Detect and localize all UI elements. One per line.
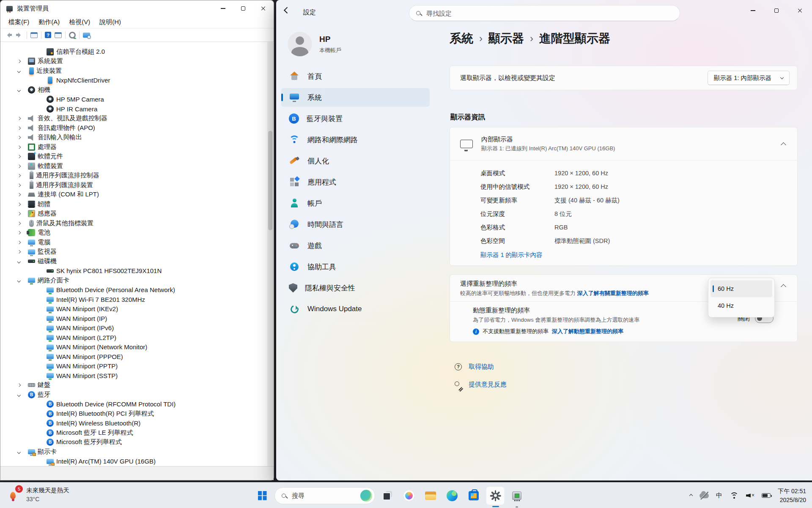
sidebar-item-accounts[interactable]: 帳戶	[281, 194, 430, 213]
minimize-button[interactable]	[213, 0, 233, 17]
menu-file[interactable]: 檔案(F)	[4, 17, 34, 28]
show-console-tree-icon[interactable]	[30, 32, 38, 38]
sidebar-item-home[interactable]: 首頁	[281, 67, 430, 86]
start-button[interactable]	[253, 486, 272, 505]
tree-item[interactable]: SK hynix PC801 HFS002TEJ9X101N	[1, 266, 273, 276]
hidden-icons-chevron[interactable]	[689, 494, 693, 497]
tree-item[interactable]: HP 5MP Camera	[1, 95, 273, 105]
display-adapter-properties-link[interactable]: 顯示器 1 的顯示卡內容	[480, 251, 543, 259]
chevron-right-icon[interactable]	[18, 136, 25, 139]
file-explorer-button[interactable]	[421, 486, 440, 505]
chevron-right-icon[interactable]	[18, 251, 25, 253]
chevron-right-icon[interactable]	[18, 232, 25, 234]
tree-item[interactable]: 磁碟機	[1, 257, 273, 266]
settings-search[interactable]	[409, 5, 680, 21]
chevron-right-icon[interactable]	[18, 146, 25, 149]
search-input[interactable]	[425, 9, 673, 17]
breadcrumb-system[interactable]: 系統	[450, 30, 473, 47]
chevron-right-icon[interactable]	[18, 165, 25, 168]
tree-item[interactable]: BIntel(R) Bluetooth(R) PCI 列舉程式	[1, 409, 273, 419]
tree-item[interactable]: 連接埠 (COM 和 LPT)	[1, 190, 273, 200]
chevron-right-icon[interactable]	[18, 222, 25, 225]
display-select-dropdown[interactable]: 顯示器 1: 內部顯示器	[708, 71, 790, 85]
chevron-right-icon[interactable]	[18, 127, 25, 130]
tree-item[interactable]: Bluetooth Device (Personal Area Network)	[1, 285, 273, 295]
tree-item[interactable]: 處理器	[1, 142, 273, 152]
onedrive-icon[interactable]	[700, 493, 709, 498]
tree-item[interactable]: Intel(R) Wi-Fi 7 BE201 320MHz	[1, 295, 273, 304]
sidebar-item-system[interactable]: 系統	[281, 88, 430, 107]
chevron-down-icon[interactable]	[18, 451, 25, 453]
tree-item[interactable]: 軟體裝置	[1, 161, 273, 171]
tree-item[interactable]: WAN Miniport (IKEv2)	[1, 304, 273, 314]
microsoft-store-button[interactable]	[464, 486, 483, 505]
menu-help[interactable]: 說明(H)	[95, 17, 126, 28]
sidebar-item-time-language[interactable]: 時間與語言	[281, 215, 430, 234]
tree-item[interactable]: BBluetooth Device (RFCOMM Protocol TDI)	[1, 400, 273, 409]
forward-icon[interactable]	[16, 33, 23, 38]
copilot-button[interactable]	[400, 486, 418, 505]
close-button[interactable]	[788, 0, 812, 21]
sidebar-item-gaming[interactable]: 遊戲	[281, 236, 430, 255]
scan-hardware-changes-icon[interactable]	[69, 32, 76, 39]
tree-item[interactable]: WAN Miniport (L2TP)	[1, 333, 273, 342]
tree-item[interactable]: WAN Miniport (Network Monitor)	[1, 342, 273, 352]
tree-item[interactable]: 監視器	[1, 247, 273, 257]
sidebar-item-accessibility[interactable]: 協助工具	[281, 257, 430, 276]
tree-item[interactable]: 電腦	[1, 237, 273, 247]
settings-taskbar-button[interactable]	[486, 486, 505, 505]
device-search-icon[interactable]	[83, 33, 90, 38]
chevron-right-icon[interactable]	[18, 117, 25, 120]
search-highlight-image[interactable]	[360, 490, 372, 502]
chevron-right-icon[interactable]	[18, 213, 25, 215]
tree-item[interactable]: Intel(R) Arc(TM) 140V GPU (16GB)	[1, 457, 273, 467]
wifi-icon[interactable]	[730, 492, 739, 499]
chevron-right-icon[interactable]	[18, 241, 25, 244]
back-icon[interactable]	[5, 33, 12, 38]
tree-item[interactable]: 電池	[1, 228, 273, 238]
tree-item[interactable]: WAN Miniport (SSTP)	[1, 371, 273, 381]
maximize-button[interactable]	[233, 0, 253, 17]
tree-item[interactable]: 感應器	[1, 209, 273, 219]
chevron-right-icon[interactable]	[18, 203, 25, 206]
edge-button[interactable]	[443, 486, 461, 505]
sidebar-item-personalization[interactable]: 個人化	[281, 152, 430, 170]
refresh-rate-option-40hz[interactable]: 40 Hz	[710, 297, 772, 314]
maximize-button[interactable]	[765, 0, 788, 21]
tree-item[interactable]: 滑鼠及其他指標裝置	[1, 218, 273, 228]
chevron-down-icon[interactable]	[18, 89, 25, 91]
tree-item[interactable]: 音訊處理物件 (APO)	[1, 123, 273, 133]
chevron-down-icon[interactable]	[18, 394, 25, 396]
tree-item[interactable]: BIntel(R) Wireless Bluetooth(R)	[1, 419, 273, 428]
sidebar-item-network-internet[interactable]: 網路和網際網路	[281, 130, 430, 149]
clock[interactable]: 下午 02:51 2025/8/20	[778, 487, 806, 504]
taskbar-search[interactable]	[274, 487, 375, 504]
tree-item[interactable]: 顯示卡	[1, 447, 273, 457]
dynamic-refresh-learn-more-link[interactable]: 深入了解動態重新整理的頻率	[552, 328, 623, 335]
chevron-up-icon[interactable]	[781, 142, 786, 148]
breadcrumb-display[interactable]: 顯示器	[488, 30, 524, 47]
chevron-right-icon[interactable]	[18, 155, 25, 158]
properties-icon[interactable]	[55, 32, 62, 38]
tree-item[interactable]: 音效、視訊及遊戲控制器	[1, 114, 273, 124]
sidebar-item-bluetooth-devices[interactable]: B藍牙與裝置	[281, 109, 430, 128]
chevron-right-icon[interactable]	[18, 174, 25, 177]
refresh-rate-option-60hz[interactable]: 60 Hz	[710, 280, 772, 297]
chevron-right-icon[interactable]	[18, 60, 25, 63]
tree-item[interactable]: 近接裝置	[1, 66, 273, 76]
ime-indicator[interactable]: 中	[716, 491, 722, 500]
chevron-right-icon[interactable]	[18, 193, 25, 196]
chevron-down-icon[interactable]	[18, 260, 25, 263]
give-feedback-link[interactable]: 提供意見反應	[455, 375, 507, 393]
help-icon[interactable]: ?	[45, 32, 51, 38]
tree-item[interactable]: 相機	[1, 85, 273, 95]
scrollbar-thumb[interactable]	[268, 131, 272, 230]
menu-action[interactable]: 動作(A)	[34, 17, 64, 28]
tree-item[interactable]: WAN Miniport (IP)	[1, 314, 273, 323]
menu-view[interactable]: 檢視(V)	[64, 17, 95, 28]
tree-item[interactable]: 軟體元件	[1, 152, 273, 162]
vertical-scrollbar[interactable]	[267, 42, 273, 466]
taskbar-search-input[interactable]	[291, 491, 346, 500]
tree-item[interactable]: 信賴平台模組 2.0	[1, 47, 273, 57]
tree-item[interactable]: WAN Miniport (PPPOE)	[1, 352, 273, 362]
